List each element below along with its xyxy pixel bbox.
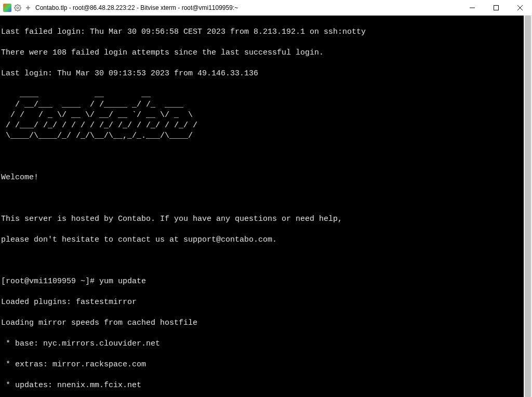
- blank: [1, 193, 523, 204]
- blank: [1, 152, 523, 162]
- line-mirror-base: * base: nyc.mirrors.clouvider.net: [1, 339, 523, 349]
- terminal-output[interactable]: Last failed login: Thu Mar 30 09:56:58 C…: [0, 16, 524, 397]
- line-hosted-2: please don't hesitate to contact us at s…: [1, 235, 523, 245]
- line-mirror-updates: * updates: nnenix.mm.fcix.net: [1, 380, 523, 391]
- line-hosted-1: This server is hosted by Contabo. If you…: [1, 214, 523, 224]
- svg-point-0: [17, 7, 19, 9]
- window-titlebar: Contabo.tlp - root@86.48.28.223:22 - Bit…: [0, 0, 532, 16]
- gear-icon[interactable]: [14, 4, 22, 12]
- plus-icon[interactable]: [24, 4, 32, 12]
- line-failed-attempts: There were 108 failed login attempts sin…: [1, 48, 523, 58]
- line-welcome: Welcome!: [1, 173, 523, 183]
- line-last-login: Last login: Thu Mar 30 09:13:53 2023 fro…: [1, 69, 523, 79]
- terminal-container: Last failed login: Thu Mar 30 09:56:58 C…: [0, 16, 532, 397]
- ascii-logo: ____ __ __ / __/___ ____ / /_____ _/ /_ …: [1, 89, 523, 141]
- window-controls: [460, 0, 532, 15]
- line-prompt-yum: [root@vmi1109959 ~]# yum update: [1, 276, 523, 287]
- line-loading: Loading mirror speeds from cached hostfi…: [1, 318, 523, 328]
- minimize-button[interactable]: [460, 0, 484, 15]
- line-last-failed: Last failed login: Thu Mar 30 09:56:58 C…: [1, 27, 523, 37]
- line-mirror-extras: * extras: mirror.rackspace.com: [1, 360, 523, 370]
- titlebar-left: Contabo.tlp - root@86.48.28.223:22 - Bit…: [0, 4, 460, 12]
- maximize-button[interactable]: [484, 0, 508, 15]
- scroll-thumb[interactable]: [525, 16, 531, 397]
- line-plugins: Loaded plugins: fastestmirror: [1, 297, 523, 308]
- app-icon: [3, 4, 11, 12]
- svg-rect-4: [494, 5, 499, 10]
- close-button[interactable]: [508, 0, 532, 15]
- vertical-scrollbar[interactable]: [524, 16, 532, 397]
- window-title: Contabo.tlp - root@86.48.28.223:22 - Bit…: [35, 4, 238, 11]
- blank: [1, 256, 523, 266]
